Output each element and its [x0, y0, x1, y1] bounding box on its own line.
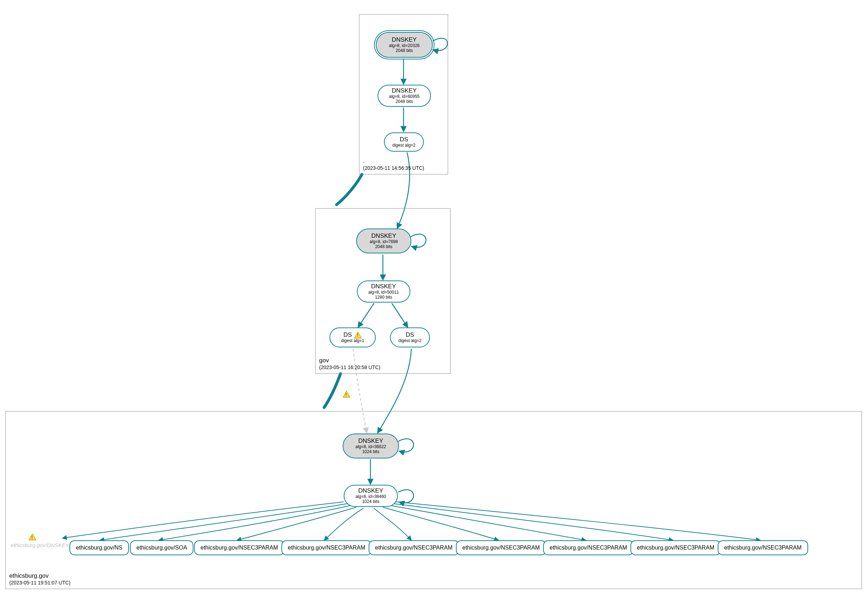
record-nsec3param-5: ethicsburg.gov/NSEC3PARAM: [543, 540, 634, 555]
zone-gov-label: gov (2023-05-11 16:20:58 UTC): [319, 357, 380, 371]
node-gov-ksk-title: DNSKEY: [372, 232, 397, 240]
zone-gov-name: gov: [319, 357, 380, 364]
node-root-zsk-sub1: alg=8, id=60955: [389, 94, 420, 99]
zone-root-name: .: [363, 157, 424, 165]
zone-root-time: (2023-05-11 14:56:35 UTC): [363, 165, 424, 172]
node-root-zsk: DNSKEY alg=8, id=60955 2048 bits: [378, 85, 431, 107]
ghost-key-label: ethicsburg.gov/DNSKEY: [11, 542, 69, 548]
node-root-zsk-sub2: 2048 bits: [396, 99, 413, 104]
node-leaf-ksk: DNSKEY alg=8, id=36622 1024 bits: [343, 434, 399, 458]
node-leaf-zsk-sub2: 1024 bits: [362, 499, 380, 504]
node-root-ds-sub1: digest alg=2: [392, 143, 415, 148]
zone-leaf-name: ethicsburg.gov: [9, 572, 71, 580]
node-gov-ksk-sub1: alg=8, id=7698: [370, 240, 398, 244]
node-root-zsk-title: DNSKEY: [392, 87, 417, 94]
zone-gov-time: (2023-05-11 16:20:58 UTC): [319, 365, 380, 371]
record-nsec3param-6: ethicsburg.gov/NSEC3PARAM: [631, 540, 721, 555]
zone-root-label: . (2023-05-11 14:56:35 UTC): [363, 157, 424, 171]
edge-warning-icon: !: [343, 391, 350, 399]
node-leaf-ksk-sub2: 1024 bits: [362, 450, 380, 454]
zone-leaf-label: ethicsburg.gov (2023-05-11 19:51:07 UTC): [9, 572, 71, 586]
node-root-ksk-sub1: alg=8, id=20326: [389, 43, 420, 48]
record-soa: ethicsburg.gov/SOA: [130, 540, 194, 555]
node-leaf-ksk-sub1: alg=8, id=36622: [355, 445, 386, 450]
node-root-ksk: DNSKEY alg=8, id=20326 2048 bits: [376, 32, 433, 58]
record-nsec3param-7: ethicsburg.gov/NSEC3PARAM: [718, 540, 808, 555]
record-nsec3param-1: ethicsburg.gov/NSEC3PARAM: [194, 540, 285, 555]
node-root-ksk-title: DNSKEY: [392, 36, 417, 43]
node-gov-ds1: DS ! digest alg=1: [329, 328, 376, 348]
node-gov-zsk-sub2: 1280 bits: [375, 295, 392, 300]
node-leaf-zsk: DNSKEY alg=8, id=38460 1024 bits: [344, 485, 398, 507]
ghost-key-warning-icon: !: [28, 533, 36, 541]
node-gov-ds2: DS digest alg=2: [390, 328, 430, 348]
node-gov-ds2-title: DS: [406, 331, 414, 339]
record-nsec3param-4: ethicsburg.gov/NSEC3PARAM: [456, 540, 546, 555]
node-leaf-zsk-title: DNSKEY: [358, 487, 383, 495]
node-gov-ksk-sub2: 2048 bits: [375, 244, 392, 249]
node-root-ds-title: DS: [400, 136, 408, 143]
record-nsec3param-3: ethicsburg.gov/NSEC3PARAM: [369, 540, 459, 555]
node-leaf-ksk-title: DNSKEY: [358, 437, 383, 445]
node-gov-ksk: DNSKEY alg=8, id=7698 2048 bits: [356, 229, 411, 253]
node-gov-zsk-sub1: alg=8, id=50011: [368, 290, 399, 295]
node-gov-zsk: DNSKEY alg=8, id=50011 1280 bits: [357, 280, 410, 303]
node-leaf-zsk-sub1: alg=8, id=38460: [355, 495, 386, 499]
node-gov-ds2-sub1: digest alg=2: [398, 339, 422, 343]
warning-icon: !: [354, 331, 362, 339]
diagram-canvas: . (2023-05-11 14:56:35 UTC) gov (2023-05…: [0, 0, 868, 609]
zone-leaf: ethicsburg.gov (2023-05-11 19:51:07 UTC): [5, 411, 862, 589]
node-gov-ds1-sub1: digest alg=1: [341, 339, 364, 343]
zone-leaf-time: (2023-05-11 19:51:07 UTC): [9, 580, 71, 586]
node-root-ds: DS digest alg=2: [384, 132, 424, 151]
record-nsec3param-2: ethicsburg.gov/NSEC3PARAM: [281, 540, 372, 555]
node-root-ksk-sub2: 2048 bits: [396, 48, 413, 53]
node-gov-zsk-title: DNSKEY: [371, 283, 396, 290]
node-gov-ds1-title: DS: [343, 331, 352, 339]
record-ns: ethicsburg.gov/NS: [70, 540, 129, 555]
